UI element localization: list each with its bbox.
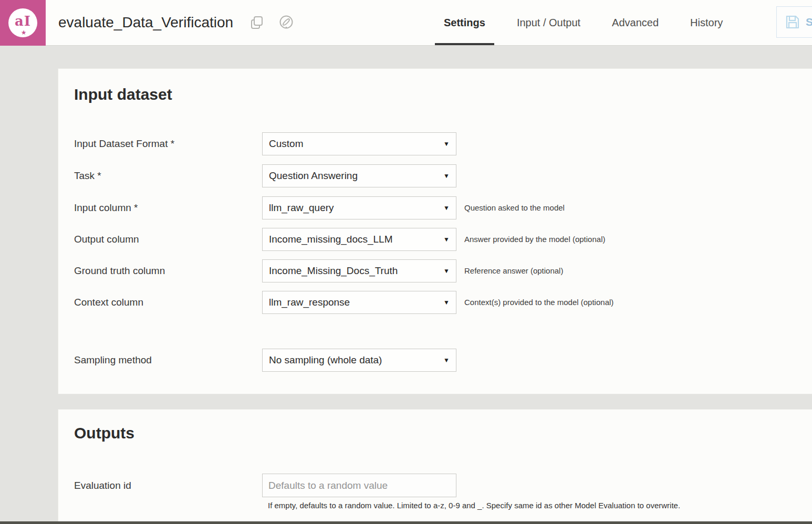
title-actions bbox=[249, 15, 294, 30]
chevron-down-icon: ▼ bbox=[443, 236, 450, 243]
chevron-down-icon: ▼ bbox=[443, 267, 450, 275]
field-row-task: Task * Question Answering ▼ bbox=[74, 164, 803, 187]
field-label: Ground truth column bbox=[74, 265, 262, 277]
field-help: Reference answer (optional) bbox=[464, 266, 563, 275]
select-value: No sampling (whole data) bbox=[269, 354, 382, 366]
output-column-select[interactable]: Income_missing_docs_LLM ▼ bbox=[262, 228, 456, 251]
input-column-select[interactable]: llm_raw_query ▼ bbox=[262, 196, 456, 219]
star-icon: ★ bbox=[21, 29, 27, 36]
field-row-context-column: Context column llm_raw_response ▼ Contex… bbox=[74, 290, 803, 314]
field-label: Input column * bbox=[74, 202, 262, 214]
select-value: Custom bbox=[269, 138, 303, 150]
chevron-down-icon: ▼ bbox=[443, 172, 450, 180]
evaluation-id-input[interactable] bbox=[262, 474, 456, 497]
field-row-evaluation-id: Evaluation id bbox=[74, 474, 803, 497]
chevron-down-icon: ▼ bbox=[443, 299, 450, 306]
tab-settings-label: Settings bbox=[444, 17, 485, 29]
chevron-down-icon: ▼ bbox=[443, 357, 450, 364]
select-value: llm_raw_response bbox=[269, 297, 350, 308]
select-value: Income_missing_docs_LLM bbox=[269, 234, 393, 245]
outputs-card: Outputs Evaluation id If empty, defaults… bbox=[58, 409, 812, 524]
save-icon bbox=[785, 14, 800, 30]
select-value: Income_Missing_Docs_Truth bbox=[269, 265, 398, 277]
tab-input-output-label: Input / Output bbox=[517, 17, 580, 29]
chevron-down-icon: ▼ bbox=[443, 140, 450, 148]
field-row-input-dataset-format: Input Dataset Format * Custom ▼ bbox=[74, 132, 803, 155]
recipe-logo: aI ★ bbox=[0, 0, 46, 46]
field-label: Sampling method bbox=[74, 354, 262, 366]
active-tab-underline bbox=[435, 43, 494, 45]
compass-icon[interactable] bbox=[278, 15, 294, 30]
bottom-edge-bar bbox=[0, 521, 812, 524]
chevron-down-icon: ▼ bbox=[443, 204, 450, 212]
field-row-output-column: Output column Income_missing_docs_LLM ▼ … bbox=[74, 227, 803, 251]
field-label: Context column bbox=[74, 297, 262, 308]
task-select[interactable]: Question Answering ▼ bbox=[262, 164, 456, 187]
save-button-label: SAVE bbox=[806, 16, 812, 28]
field-help: Context(s) provided to the model (option… bbox=[464, 298, 613, 307]
tab-settings[interactable]: Settings bbox=[444, 0, 485, 45]
select-value: llm_raw_query bbox=[269, 202, 334, 214]
tab-history[interactable]: History bbox=[690, 0, 723, 45]
copy-icon[interactable] bbox=[249, 15, 265, 30]
field-label: Input Dataset Format * bbox=[74, 138, 262, 150]
recipe-logo-circle: aI ★ bbox=[8, 8, 37, 37]
tab-advanced[interactable]: Advanced bbox=[612, 0, 659, 45]
sampling-method-select[interactable]: No sampling (whole data) ▼ bbox=[262, 349, 456, 372]
field-help: Question asked to the model bbox=[464, 203, 565, 212]
top-header: aI ★ evaluate_Data_Verification Settings… bbox=[0, 0, 812, 46]
input-dataset-heading: Input dataset bbox=[74, 86, 172, 103]
field-help: Answer provided by the model (optional) bbox=[464, 235, 605, 244]
field-row-ground-truth-column: Ground truth column Income_Missing_Docs_… bbox=[74, 259, 803, 282]
ground-truth-column-select[interactable]: Income_Missing_Docs_Truth ▼ bbox=[262, 259, 456, 282]
save-button[interactable]: SAVE bbox=[776, 6, 812, 38]
evaluation-id-helper-text: If empty, defaults to a random value. Li… bbox=[268, 501, 680, 510]
input-dataset-format-select[interactable]: Custom ▼ bbox=[262, 132, 456, 155]
outputs-heading: Outputs bbox=[74, 424, 134, 442]
context-column-select[interactable]: llm_raw_response ▼ bbox=[262, 291, 456, 314]
recipe-logo-glyph: aI bbox=[15, 13, 31, 29]
tab-input-output[interactable]: Input / Output bbox=[517, 0, 580, 45]
select-value: Question Answering bbox=[269, 170, 358, 182]
field-label: Evaluation id bbox=[74, 480, 262, 491]
tab-history-label: History bbox=[690, 17, 723, 29]
page-title: evaluate_Data_Verification bbox=[58, 14, 233, 31]
tab-advanced-label: Advanced bbox=[612, 17, 659, 29]
field-label: Task * bbox=[74, 170, 262, 182]
field-label: Output column bbox=[74, 234, 262, 245]
input-dataset-card: Input dataset Input Dataset Format * Cus… bbox=[58, 68, 812, 394]
field-row-sampling-method: Sampling method No sampling (whole data)… bbox=[74, 348, 803, 372]
header-tabs: Settings Input / Output Advanced History bbox=[444, 0, 723, 45]
field-row-input-column: Input column * llm_raw_query ▼ Question … bbox=[74, 196, 803, 219]
